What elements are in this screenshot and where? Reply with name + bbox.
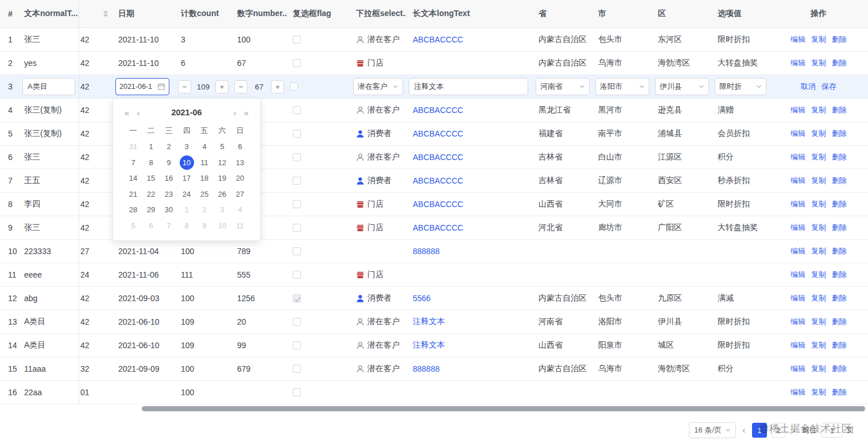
calendar-day[interactable]: 11 — [231, 218, 249, 234]
calendar-day[interactable]: 16 — [160, 170, 178, 186]
delete-action[interactable]: 删除 — [832, 152, 847, 162]
calendar-day[interactable]: 28 — [125, 202, 142, 218]
calendar-day[interactable]: 11 — [196, 155, 214, 171]
copy-action[interactable]: 复制 — [811, 246, 826, 256]
column-header-select[interactable]: 下拉框select... — [350, 0, 406, 28]
edit-action[interactable]: 编辑 — [790, 105, 805, 115]
delete-action[interactable]: 删除 — [832, 270, 847, 280]
column-header-longtext[interactable]: 长文本longText — [406, 0, 533, 28]
longtext-link[interactable]: 5566 — [413, 294, 431, 303]
calendar-day[interactable]: 13 — [231, 155, 249, 171]
copy-action[interactable]: 复制 — [811, 364, 826, 374]
minus-button[interactable]: − — [234, 80, 247, 94]
column-header-city[interactable]: 市 — [592, 0, 652, 28]
copy-action[interactable]: 复制 — [811, 152, 826, 162]
plus-button[interactable]: + — [215, 80, 228, 94]
calendar-day[interactable]: 12 — [214, 155, 231, 171]
edit-action[interactable]: 编辑 — [790, 176, 805, 186]
prev-year-button[interactable]: « — [121, 108, 133, 118]
calendar-day[interactable]: 8 — [178, 218, 196, 234]
copy-action[interactable]: 复制 — [811, 223, 826, 233]
province-select[interactable]: 河南省 — [536, 78, 590, 95]
longtext-link[interactable]: ABCBACCCC — [413, 153, 463, 162]
row-checkbox[interactable] — [293, 153, 301, 161]
row-checkbox[interactable] — [293, 294, 301, 302]
calendar-day[interactable]: 10 — [214, 218, 231, 234]
delete-action[interactable]: 删除 — [832, 387, 847, 398]
calendar-day[interactable]: 30 — [160, 202, 178, 218]
customer-type-select[interactable]: 潜在客户 — [353, 78, 403, 95]
copy-action[interactable]: 复制 — [811, 128, 826, 139]
copy-action[interactable]: 复制 — [811, 340, 826, 350]
calendar-day[interactable]: 21 — [125, 186, 142, 202]
row-checkbox[interactable] — [293, 177, 301, 185]
column-header-actions[interactable]: 操作 — [769, 0, 868, 28]
copy-action[interactable]: 复制 — [811, 270, 826, 280]
column-header-text[interactable]: 文本normalT... — [20, 0, 79, 28]
copy-action[interactable]: 复制 — [811, 58, 826, 68]
copy-action[interactable]: 复制 — [811, 387, 826, 398]
calendar-day[interactable]: 19 — [214, 170, 231, 186]
delete-action[interactable]: 删除 — [832, 34, 847, 45]
longtext-link[interactable]: ABCBACCCC — [413, 223, 463, 232]
calendar-day[interactable]: 18 — [196, 170, 214, 186]
calendar-day[interactable]: 5 — [214, 139, 231, 155]
calendar-day[interactable]: 23 — [160, 186, 178, 202]
column-header-province[interactable]: 省 — [533, 0, 592, 28]
horizontal-scrollbar-thumb[interactable] — [142, 406, 865, 411]
calendar-day[interactable]: 7 — [160, 218, 178, 234]
longtext-link[interactable]: ABCBACCCC — [413, 129, 463, 138]
calendar-day[interactable]: 24 — [178, 186, 196, 202]
edit-action[interactable]: 编辑 — [790, 223, 805, 233]
edit-action[interactable]: 编辑 — [790, 340, 805, 350]
row-checkbox[interactable] — [293, 106, 301, 114]
delete-action[interactable]: 删除 — [832, 223, 847, 233]
edit-action[interactable]: 编辑 — [790, 293, 805, 303]
delete-action[interactable]: 删除 — [832, 105, 847, 115]
horizontal-scrollbar[interactable] — [0, 406, 868, 412]
calendar-day[interactable]: 26 — [214, 186, 231, 202]
column-header-index[interactable]: # — [0, 0, 20, 28]
calendar-day[interactable]: 5 — [125, 218, 142, 234]
jump-page-input[interactable]: 1 — [821, 423, 843, 438]
calendar-day[interactable]: 6 — [142, 218, 160, 234]
copy-action[interactable]: 复制 — [811, 176, 826, 186]
calendar-day[interactable]: 3 — [214, 202, 231, 218]
delete-action[interactable]: 删除 — [832, 293, 847, 303]
row-checkbox[interactable] — [293, 200, 301, 208]
calendar-day[interactable]: 9 — [196, 218, 214, 234]
edit-action[interactable]: 编辑 — [790, 199, 805, 209]
page-button-2[interactable]: 2 — [771, 423, 786, 438]
delete-action[interactable]: 删除 — [832, 364, 847, 374]
row-checkbox[interactable] — [293, 59, 301, 67]
column-header-number[interactable]: 数字number... — [231, 0, 287, 28]
calendar-day[interactable]: 8 — [142, 155, 160, 171]
text-input[interactable]: A类目 — [22, 78, 75, 95]
sort-carets-icon[interactable] — [103, 10, 108, 17]
copy-action[interactable]: 复制 — [811, 293, 826, 303]
save-action[interactable]: 保存 — [822, 81, 836, 92]
calendar-day[interactable]: 1 — [178, 202, 196, 218]
longtext-link[interactable]: ABCBACCCC — [413, 106, 463, 115]
calendar-day[interactable]: 3 — [178, 139, 196, 155]
row-checkbox[interactable] — [293, 271, 301, 279]
row-checkbox[interactable] — [293, 247, 301, 255]
copy-action[interactable]: 复制 — [811, 317, 826, 327]
edit-action[interactable]: 编辑 — [790, 387, 805, 398]
delete-action[interactable]: 删除 — [832, 58, 847, 68]
prev-page-button[interactable]: ‹ — [740, 423, 748, 438]
next-year-button[interactable]: » — [241, 108, 252, 118]
column-header-flag[interactable]: 复选框flag — [287, 0, 350, 28]
longtext-link[interactable]: 888888 — [413, 247, 440, 256]
prev-month-button[interactable]: ‹ — [133, 108, 144, 118]
page-size-select[interactable]: 16 条/页 — [689, 422, 736, 438]
delete-action[interactable]: 删除 — [832, 176, 847, 186]
longtext-link[interactable]: ABCBACCCC — [413, 200, 463, 209]
page-button-1[interactable]: 1 — [752, 423, 767, 438]
next-month-button[interactable]: › — [229, 108, 241, 118]
delete-action[interactable]: 删除 — [832, 128, 847, 139]
calendar-day[interactable]: 15 — [142, 170, 160, 186]
calendar-day[interactable]: 27 — [231, 186, 249, 202]
column-header-scrolled[interactable] — [79, 0, 113, 28]
calendar-day[interactable]: 20 — [231, 170, 249, 186]
